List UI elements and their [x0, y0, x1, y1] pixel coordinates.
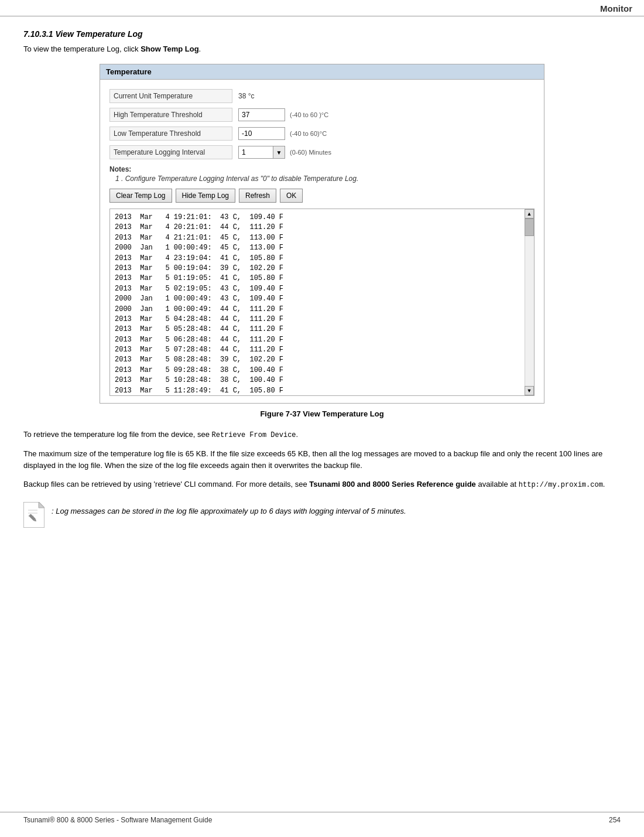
para3-text-before: Backup files can be retrieved by using '…	[23, 480, 309, 488]
page-footer: Tsunami® 800 & 8000 Series - Software Ma…	[0, 812, 644, 828]
refresh-button[interactable]: Refresh	[239, 189, 276, 203]
form-row-current-temp: Current Unit Temperature 38 °c	[109, 89, 535, 103]
temperature-panel-title: Temperature	[100, 64, 544, 80]
notes-item-text: 1 . Configure Temperature Logging Interv…	[115, 175, 358, 183]
scrollbar-down-button[interactable]: ▼	[525, 386, 534, 395]
section-heading: 7.10.3.1 View Temperature Log	[23, 29, 621, 39]
high-temp-label: High Temperature Threshold	[109, 108, 232, 122]
para1-mono: Retrieve From Device	[212, 431, 296, 439]
para3-link[interactable]: http://my.proxim.com	[519, 481, 603, 489]
para3-text-after: available at	[476, 480, 519, 488]
para3-bold: Tsunami 800 and 8000 Series Reference gu…	[309, 480, 475, 488]
notes-item: 1 . Configure Temperature Logging Interv…	[109, 175, 535, 183]
note-text: : Log messages can be stored in the log …	[52, 502, 406, 517]
buttons-row: Clear Temp Log Hide Temp Log Refresh OK	[109, 189, 535, 203]
low-temp-hint: (-40 to 60)°C	[290, 130, 327, 137]
temperature-panel: Temperature Current Unit Temperature 38 …	[100, 64, 544, 404]
page-header: Monitor	[0, 0, 644, 16]
scrollbar-up-button[interactable]: ▲	[525, 209, 534, 218]
intro-text-before: To view the temperature Log, click	[23, 45, 141, 53]
notes-label: Notes:	[109, 165, 131, 173]
intro-paragraph: To view the temperature Log, click Show …	[23, 45, 621, 53]
ok-button[interactable]: OK	[280, 189, 303, 203]
note-icon-svg	[23, 502, 44, 528]
high-temp-hint: (-40 to 60 )°C	[290, 111, 328, 118]
body-paragraph-2: The maximum size of the temperature log …	[23, 448, 621, 472]
logging-interval-input-group: ▼	[238, 146, 285, 159]
current-temp-label: Current Unit Temperature	[109, 89, 232, 103]
form-row-high-temp: High Temperature Threshold (-40 to 60 )°…	[109, 108, 535, 122]
logging-interval-dropdown[interactable]: ▼	[273, 146, 285, 159]
logging-interval-hint: (0-60) Minutes	[290, 149, 331, 156]
current-temp-value: 38 °c	[238, 92, 254, 100]
para3-text-end: .	[603, 480, 605, 488]
para1-text-before: To retrieve the temperature log file fro…	[23, 430, 212, 439]
temperature-panel-wrapper: Temperature Current Unit Temperature 38 …	[23, 64, 621, 404]
logging-interval-input[interactable]	[238, 146, 273, 159]
page-title: Monitor	[600, 4, 632, 13]
note-box: : Log messages can be stored in the log …	[23, 502, 621, 528]
log-area[interactable]: 2013 Mar 4 19:21:01: 43 C, 109.40 F 2013…	[110, 209, 534, 395]
form-row-logging-interval: Temperature Logging Interval ▼ (0-60) Mi…	[109, 145, 535, 159]
log-area-wrapper: 2013 Mar 4 19:21:01: 43 C, 109.40 F 2013…	[109, 209, 535, 396]
main-content: 7.10.3.1 View Temperature Log To view th…	[0, 16, 644, 575]
scrollbar-thumb[interactable]	[525, 218, 534, 236]
body-paragraph-3: Backup files can be retrieved by using '…	[23, 479, 621, 491]
body-paragraph-1: To retrieve the temperature log file fro…	[23, 429, 621, 441]
para1-text-after: .	[296, 430, 299, 439]
footer-left: Tsunami® 800 & 8000 Series - Software Ma…	[23, 816, 212, 824]
svg-marker-1	[39, 502, 44, 508]
logging-interval-label: Temperature Logging Interval	[109, 145, 232, 159]
intro-text-bold: Show Temp Log	[141, 45, 198, 53]
form-row-low-temp: Low Temperature Threshold (-40 to 60)°C	[109, 127, 535, 141]
hide-temp-log-button[interactable]: Hide Temp Log	[176, 189, 236, 203]
low-temp-label: Low Temperature Threshold	[109, 127, 232, 141]
notes-section: Notes: 1 . Configure Temperature Logging…	[109, 165, 535, 183]
clear-temp-log-button[interactable]: Clear Temp Log	[109, 189, 172, 203]
low-temp-input[interactable]	[238, 127, 285, 140]
scrollbar-track: ▲ ▼	[525, 209, 534, 395]
note-icon	[23, 502, 44, 528]
high-temp-input[interactable]	[238, 108, 285, 121]
figure-caption: Figure 7-37 View Temperature Log	[23, 409, 621, 418]
intro-text-end: .	[199, 45, 201, 53]
temperature-panel-body: Current Unit Temperature 38 °c High Temp…	[100, 80, 544, 403]
footer-right: 254	[609, 816, 621, 824]
